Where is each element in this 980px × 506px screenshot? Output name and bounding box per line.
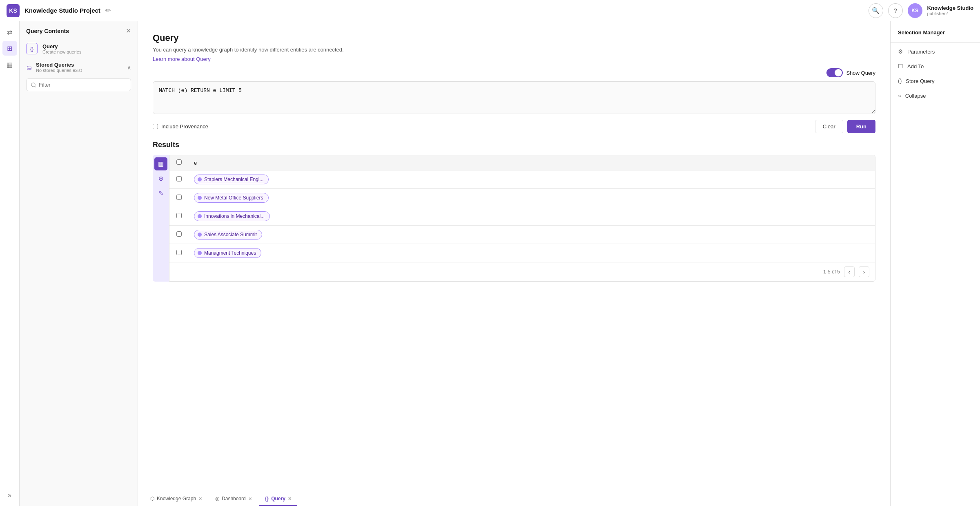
entity-dot-2 xyxy=(198,214,202,218)
entity-dot-4 xyxy=(198,251,202,255)
sidebar-icon-expand[interactable]: » xyxy=(2,488,17,503)
sidebar-icon-layers[interactable]: ⊞ xyxy=(2,41,17,56)
entity-label-1: New Metal Office Suppliers xyxy=(204,195,263,201)
tab-label-query: Query xyxy=(271,496,285,502)
pagination-next-button[interactable]: › xyxy=(859,266,869,277)
filter-input[interactable] xyxy=(26,78,131,91)
query-item-title: Query xyxy=(42,43,81,49)
tab-close-knowledge-graph[interactable]: ✕ xyxy=(198,496,202,502)
row-entity-1: New Metal Office Suppliers xyxy=(188,189,875,207)
main-layout: ⇄ ⊞ ▦ » Query Contents ✕ {} Query Create… xyxy=(0,21,980,506)
right-panel-icon-parameters: ⚙ xyxy=(898,48,903,55)
left-panel-close-button[interactable]: ✕ xyxy=(126,27,131,35)
right-panel-item-collapse[interactable]: » Collapse xyxy=(891,88,980,103)
tab-knowledge-graph[interactable]: ⬡ Knowledge Graph ✕ xyxy=(145,493,208,506)
page-subtitle: You can query a knowledge graph to ident… xyxy=(153,47,875,53)
view-container: ▦ ⊛ ✎ e xyxy=(153,155,875,282)
graph-view-button[interactable]: ⊛ xyxy=(154,172,167,185)
query-header-row: Show Query xyxy=(153,68,875,77)
entity-pill-4[interactable]: Managment Techniques xyxy=(194,248,261,258)
right-panel-icon-collapse: » xyxy=(898,92,901,99)
tab-icon-dashboard: ◎ xyxy=(215,496,219,502)
query-section-item[interactable]: {} Query Create new queries xyxy=(20,39,138,58)
select-all-checkbox[interactable] xyxy=(176,159,182,165)
tab-close-dashboard[interactable]: ✕ xyxy=(248,496,252,502)
view-mode-panel: ▦ ⊛ ✎ xyxy=(153,155,169,282)
entity-label-4: Managment Techniques xyxy=(204,250,256,256)
row-check-2 xyxy=(169,207,188,226)
user-name: Knowledge Studio xyxy=(927,5,973,11)
learn-more-link[interactable]: Learn more about Query xyxy=(153,56,211,62)
row-checkbox-0[interactable] xyxy=(176,176,182,181)
right-panel-divider xyxy=(891,42,980,43)
row-checkbox-2[interactable] xyxy=(176,213,182,218)
entity-label-3: Sales Associate Summit xyxy=(204,232,257,237)
tab-query[interactable]: {} Query ✕ xyxy=(259,493,297,506)
pagination-prev-button[interactable]: ‹ xyxy=(844,266,855,277)
query-editor[interactable]: MATCH (e) RETURN e LIMIT 5 xyxy=(153,81,875,114)
page-title: Query xyxy=(153,33,875,43)
stored-queries-expand-button[interactable]: ∧ xyxy=(127,64,131,71)
table-header-e: e xyxy=(188,155,875,170)
right-panel-label-collapse: Collapse xyxy=(905,93,926,99)
table-header-check xyxy=(169,155,188,170)
row-entity-3: Sales Associate Summit xyxy=(188,226,875,244)
sidebar-icon-table[interactable]: ▦ xyxy=(2,57,17,72)
row-check-1 xyxy=(169,189,188,207)
edit-icon[interactable]: ✏ xyxy=(105,7,111,14)
query-actions: Clear Run xyxy=(815,120,875,133)
row-entity-0: Staplers Mechanical Engi... xyxy=(188,170,875,189)
entity-dot-3 xyxy=(198,233,202,237)
left-panel: Query Contents ✕ {} Query Create new que… xyxy=(20,21,138,506)
table-row: New Metal Office Suppliers xyxy=(169,189,875,207)
row-check-0 xyxy=(169,170,188,189)
right-panel-title: Selection Manager xyxy=(891,26,980,40)
run-button[interactable]: Run xyxy=(847,120,875,133)
entity-pill-1[interactable]: New Metal Office Suppliers xyxy=(194,193,269,203)
edit-view-button[interactable]: ✎ xyxy=(154,187,167,200)
sidebar-icon-graph[interactable]: ⇄ xyxy=(2,25,17,39)
entity-pill-3[interactable]: Sales Associate Summit xyxy=(194,230,262,240)
results-table: e Staplers Mechanical Engi... xyxy=(169,155,875,262)
table-row: Sales Associate Summit xyxy=(169,226,875,244)
toggle-switch[interactable] xyxy=(826,68,843,77)
tab-label-dashboard: Dashboard xyxy=(222,496,246,502)
query-item-subtitle: Create new queries xyxy=(42,49,81,54)
icon-sidebar: ⇄ ⊞ ▦ » xyxy=(0,21,20,506)
filter-wrap xyxy=(20,76,138,95)
stored-queries-header: 🗂 Stored Queries No stored queries exist… xyxy=(20,58,138,76)
entity-label-0: Staplers Mechanical Engi... xyxy=(204,177,263,182)
content-area: Query You can query a knowledge graph to… xyxy=(138,21,890,489)
top-nav: KS Knowledge Studio Project ✏ 🔍 ? KS Kno… xyxy=(0,0,980,21)
tab-dashboard[interactable]: ◎ Dashboard ✕ xyxy=(209,493,258,506)
show-query-toggle[interactable]: Show Query xyxy=(826,68,875,77)
stored-queries-title: Stored Queries xyxy=(36,62,82,68)
main-content: Query You can query a knowledge graph to… xyxy=(138,21,890,506)
tab-close-query[interactable]: ✕ xyxy=(288,496,292,502)
right-panel-item-add-to[interactable]: ☐ Add To xyxy=(891,59,980,74)
include-provenance-label[interactable]: Include Provenance xyxy=(153,123,208,130)
entity-pill-0[interactable]: Staplers Mechanical Engi... xyxy=(194,175,269,184)
entity-pill-2[interactable]: Innovations in Mechanical... xyxy=(194,211,270,221)
include-provenance-checkbox[interactable] xyxy=(153,124,158,129)
row-check-4 xyxy=(169,244,188,262)
table-row: Innovations in Mechanical... xyxy=(169,207,875,226)
results-table-wrap: e Staplers Mechanical Engi... xyxy=(169,155,875,282)
row-check-3 xyxy=(169,226,188,244)
table-row: Managment Techniques xyxy=(169,244,875,262)
table-footer: 1-5 of 5 ‹ › xyxy=(169,262,875,281)
help-button[interactable]: ? xyxy=(888,3,903,18)
row-checkbox-1[interactable] xyxy=(176,195,182,200)
row-checkbox-3[interactable] xyxy=(176,231,182,237)
search-button[interactable]: 🔍 xyxy=(869,3,883,18)
right-panel-item-parameters[interactable]: ⚙ Parameters xyxy=(891,44,980,59)
tab-icon-query: {} xyxy=(265,496,269,502)
pagination-info: 1-5 of 5 xyxy=(823,269,840,275)
clear-button[interactable]: Clear xyxy=(815,120,843,133)
row-checkbox-4[interactable] xyxy=(176,250,182,255)
right-panel-label-store-query: Store Query xyxy=(906,78,934,84)
right-panel-item-store-query[interactable]: () Store Query xyxy=(891,74,980,88)
entity-dot-1 xyxy=(198,196,202,200)
row-entity-4: Managment Techniques xyxy=(188,244,875,262)
table-view-button[interactable]: ▦ xyxy=(154,157,167,170)
